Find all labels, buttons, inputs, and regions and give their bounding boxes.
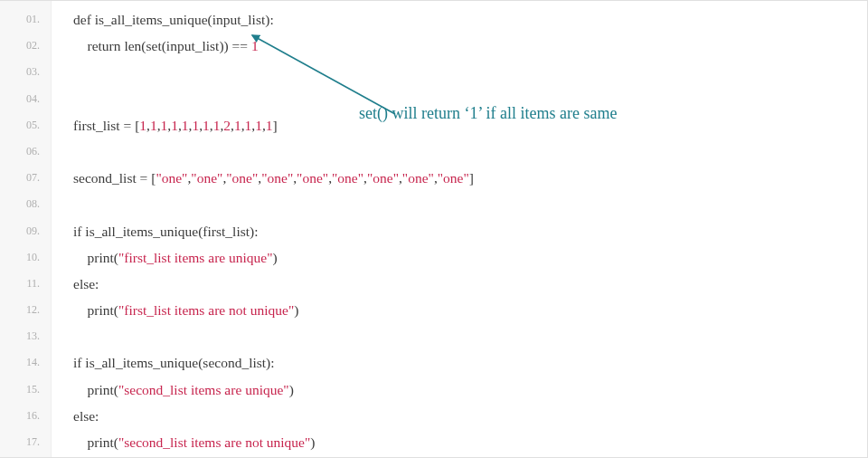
code-token: "second_list items are not unique" [118,434,310,450]
code-token: 1 [203,118,210,133]
code-token: ) [294,302,298,318]
line-number: 11. [0,271,51,297]
code-line: if is_all_items_unique(second_list): [73,349,867,376]
line-number: 16. [0,403,51,429]
code-token: ) [310,434,315,450]
code-line: print("second_list items are unique") [73,377,867,403]
line-number-gutter: 01.02.03.04.05.06.07.08.09.10.11.12.13.1… [0,1,52,457]
line-number: 08. [0,191,51,217]
line-number: 15. [0,377,51,403]
code-line [73,191,867,217]
code-token: ) [273,250,278,265]
line-number: 01. [0,6,51,33]
code-token: ) [289,382,294,397]
code-token: 1 [251,38,259,53]
line-number: 13. [0,323,51,349]
code-token: "one" [438,170,469,186]
code-token: "one" [226,170,258,186]
line-number: 05. [0,112,51,138]
code-line [73,323,867,349]
code-token: "first_list items are unique" [118,250,273,265]
line-number: 04. [0,86,51,112]
code-line: return len(set(input_list)) == 1 [73,33,867,59]
code-token: first_list = [ [73,118,139,133]
code-token: print( [73,250,118,265]
code-token: 1 [234,118,241,133]
code-line [73,59,867,85]
code-token: "one" [367,170,399,186]
code-token: second_list = [ [73,170,156,186]
code-token: else: [73,408,99,424]
code-line: print("first_list items are unique") [73,244,867,271]
code-line: print("second_list items are not unique"… [73,429,867,455]
line-number: 06. [0,138,51,165]
code-line: else: [73,271,867,297]
code-line: if is_all_items_unique(first_list): [73,218,867,244]
code-token: "one" [191,170,222,186]
code-token: else: [73,276,99,291]
code-token: 2 [223,118,231,133]
code-token: "one" [332,170,363,186]
line-number: 14. [0,349,51,376]
line-number: 03. [0,59,51,85]
code-line: def is_all_items_unique(input_list): [73,6,867,33]
code-token: print( [73,434,118,450]
code-line [73,138,867,165]
code-token: print( [73,382,118,397]
code-token: 1 [182,118,189,133]
code-token: if is_all_items_unique(second_list): [73,355,275,370]
code-token: 1 [150,118,157,133]
code-token: "one" [402,170,434,186]
code-area: set() will return ‘1’ if all items are s… [52,1,867,457]
line-number: 02. [0,33,51,59]
code-token: "second_list items are unique" [118,382,289,397]
code-line [73,86,867,112]
code-token: 1 [139,118,146,133]
code-token: 1 [171,118,178,133]
code-line: second_list = ["one","one","one","one","… [73,165,867,191]
code-token: ] [273,118,278,133]
code-token: "first_list items are not unique" [118,302,294,318]
code-token: print( [73,302,118,318]
code-line: else: [73,403,867,429]
code-token: "one" [297,170,328,186]
code-line: print("first_list items are not unique") [73,297,867,323]
code-token: def is_all_items_unique(input_list): [73,12,274,27]
code-block: 01.02.03.04.05.06.07.08.09.10.11.12.13.1… [0,0,868,458]
code-token: return len(set(input_list)) == [73,38,251,53]
line-number: 12. [0,297,51,323]
code-token: 1 [255,118,262,133]
code-token: ] [469,170,474,186]
line-number: 07. [0,165,51,191]
code-line: first_list = [1,1,1,1,1,1,1,1,2,1,1,1,1] [73,112,867,138]
code-token: "one" [156,170,187,186]
line-number: 09. [0,218,51,244]
code-token: 1 [266,118,273,133]
code-token: "one" [261,170,293,186]
line-number: 17. [0,429,51,455]
line-number: 10. [0,244,51,271]
code-token: if is_all_items_unique(first_list): [73,224,259,239]
